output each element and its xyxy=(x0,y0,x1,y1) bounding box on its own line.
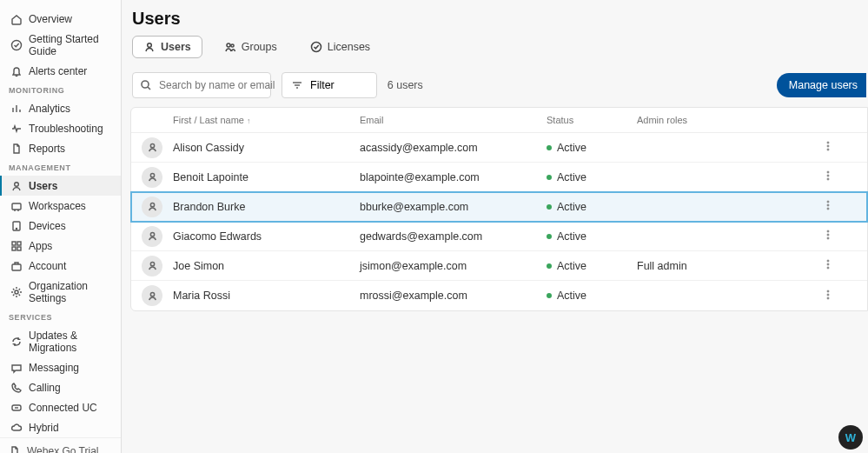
cell-status: Active xyxy=(547,290,637,302)
cell-status: Active xyxy=(547,201,637,213)
sidebar-item-apps[interactable]: Apps xyxy=(0,236,121,256)
filter-button[interactable]: Filter xyxy=(282,72,377,98)
tab-licenses[interactable]: Licenses xyxy=(299,36,381,58)
table-row[interactable]: Maria Rossi mrossi@example.com Active xyxy=(131,281,867,310)
doc-icon xyxy=(9,445,21,453)
row-more-button[interactable] xyxy=(811,258,845,273)
sidebar-item-label: Troubleshooting xyxy=(29,123,103,135)
col-roles[interactable]: Admin roles xyxy=(637,113,811,127)
sidebar-item-calling[interactable]: Calling xyxy=(0,377,121,397)
row-more-button[interactable] xyxy=(811,199,845,214)
sidebar-item-overview[interactable]: Overview xyxy=(0,9,121,29)
status-dot-icon xyxy=(547,175,552,180)
filter-label: Filter xyxy=(310,79,335,91)
cell-status: Active xyxy=(547,230,637,243)
link-icon xyxy=(10,402,23,414)
sidebar-item-label: Getting Started Guide xyxy=(29,33,112,57)
check-icon xyxy=(10,39,23,51)
tab-label: Users xyxy=(161,41,191,53)
search-input[interactable] xyxy=(159,79,289,91)
table-row[interactable]: Giacomo Edwards gedwards@example.com Act… xyxy=(131,222,867,251)
sidebar-item-devices[interactable]: Devices xyxy=(0,216,121,236)
sidebar-item-label: Users xyxy=(29,180,57,192)
sidebar-item-getting-started-guide[interactable]: Getting Started Guide xyxy=(0,29,121,61)
row-more-button[interactable] xyxy=(811,140,845,155)
search-box[interactable] xyxy=(132,72,271,98)
sidebar-item-label: Alerts center xyxy=(29,65,87,77)
tabs: Users Groups Licenses xyxy=(130,36,868,58)
grid-icon xyxy=(10,240,23,252)
status-dot-icon xyxy=(547,263,552,269)
workspace-icon xyxy=(10,200,23,212)
cell-email: gedwards@example.com xyxy=(360,230,547,243)
status-dot-icon xyxy=(547,204,552,210)
sort-asc-icon: ↑ xyxy=(244,117,251,125)
table-row[interactable]: Benoit Lapointe blapointe@example.com Ac… xyxy=(131,163,867,192)
table-row[interactable]: Alison Cassidy acassidy@example.com Acti… xyxy=(131,133,867,163)
sidebar-item-label: Overview xyxy=(29,13,72,25)
sidebar-item-hybrid[interactable]: Hybrid xyxy=(0,417,121,437)
sidebar-item-label: Analytics xyxy=(29,103,70,115)
users-icon xyxy=(224,41,236,53)
row-more-button[interactable] xyxy=(811,289,845,303)
sidebar-item-alerts-center[interactable]: Alerts center xyxy=(0,61,121,81)
avatar xyxy=(142,137,162,158)
briefcase-icon xyxy=(10,260,23,272)
message-icon xyxy=(10,362,23,374)
sidebar-item-label: Updates & Migrations xyxy=(29,330,112,354)
cell-name: Benoit Lapointe xyxy=(173,171,360,183)
sidebar-item-troubleshooting[interactable]: Troubleshooting xyxy=(0,118,121,138)
avatar xyxy=(142,226,162,247)
sidebar-item-connected-uc[interactable]: Connected UC xyxy=(0,397,121,417)
sidebar-section-title: MANAGEMENT xyxy=(0,158,121,176)
gear-icon xyxy=(10,286,23,298)
status-dot-icon xyxy=(547,293,552,298)
sidebar-item-label: Hybrid xyxy=(29,422,59,434)
row-more-button[interactable] xyxy=(811,229,845,243)
sidebar-item-analytics[interactable]: Analytics xyxy=(0,98,121,118)
tab-groups[interactable]: Groups xyxy=(213,36,288,58)
sidebar-item-messaging[interactable]: Messaging xyxy=(0,357,121,377)
tab-users[interactable]: Users xyxy=(132,36,202,58)
sidebar-item-label: Apps xyxy=(29,240,52,252)
avatar xyxy=(142,285,162,306)
sidebar-item-label: Account xyxy=(29,260,66,272)
table-row[interactable]: Brandon Burke bburke@example.com Active xyxy=(131,192,867,222)
sidebar-item-workspaces[interactable]: Workspaces xyxy=(0,196,121,216)
check-icon xyxy=(310,41,322,53)
cell-status: Active xyxy=(547,171,637,183)
page-title: Users xyxy=(130,9,868,36)
tab-label: Licenses xyxy=(328,41,370,53)
table-row[interactable]: Joe Simon jsimon@example.com Active Full… xyxy=(131,251,867,281)
device-icon xyxy=(10,220,23,232)
sidebar-section-title: MONITORING xyxy=(0,81,121,98)
manage-users-button[interactable]: Manage users xyxy=(777,73,866,97)
sidebar: Overview Getting Started Guide Alerts ce… xyxy=(0,0,122,453)
col-name[interactable]: First / Last name↑ xyxy=(173,113,360,127)
cell-name: Alison Cassidy xyxy=(173,142,360,154)
cell-name: Maria Rossi xyxy=(173,290,360,302)
sidebar-item-reports[interactable]: Reports xyxy=(0,138,121,158)
search-icon xyxy=(140,79,152,91)
sidebar-item-label: Devices xyxy=(29,220,66,232)
table-header: First / Last name↑ Email Status Admin ro… xyxy=(131,108,867,133)
sidebar-item-organization-settings[interactable]: Organization Settings xyxy=(0,276,121,308)
sidebar-item-account[interactable]: Account xyxy=(0,256,121,276)
cell-roles: Full admin xyxy=(637,260,811,272)
sidebar-section-title: SERVICES xyxy=(0,308,121,325)
user-count: 6 users xyxy=(388,79,423,91)
col-email[interactable]: Email xyxy=(360,113,547,127)
col-status[interactable]: Status xyxy=(547,113,637,127)
sidebar-item-updates-migrations[interactable]: Updates & Migrations xyxy=(0,325,121,357)
sidebar-item-label: Reports xyxy=(29,143,65,155)
sidebar-item-label: Workspaces xyxy=(29,200,86,212)
sidebar-item-label: Organization Settings xyxy=(29,280,112,304)
sidebar-item-users[interactable]: Users xyxy=(0,176,121,196)
status-dot-icon xyxy=(547,234,552,239)
avatar xyxy=(142,197,162,217)
sidebar-trial[interactable]: Webex Go Trial xyxy=(0,437,121,453)
webex-logo: W xyxy=(838,425,863,450)
row-more-button[interactable] xyxy=(811,170,845,184)
cell-name: Joe Simon xyxy=(173,260,360,272)
cell-email: mrossi@example.com xyxy=(360,290,547,302)
